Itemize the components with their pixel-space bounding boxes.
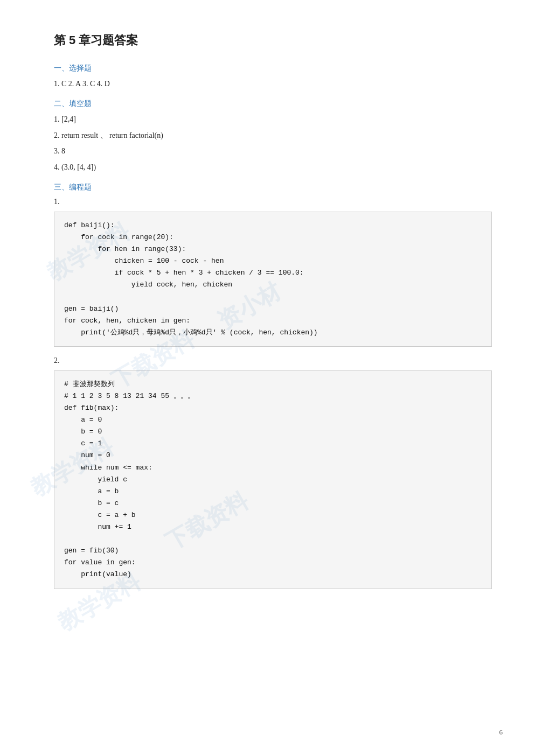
section1-answers: 1. C 2. A 3. C 4. D bbox=[54, 78, 492, 90]
problem2-code: # 斐波那契数列 # 1 1 2 3 5 8 13 21 34 55 。。。 d… bbox=[54, 370, 492, 589]
section2-heading: 二、填空题 bbox=[54, 99, 492, 109]
section1-heading: 一、选择题 bbox=[54, 64, 492, 73]
problem2-num: 2. bbox=[54, 356, 492, 365]
page-title: 第 5 章习题答案 bbox=[54, 32, 492, 48]
problem1-num: 1. bbox=[54, 198, 492, 206]
section2-answer3: 3. 8 bbox=[54, 145, 492, 158]
page-number: 6 bbox=[499, 728, 503, 737]
section-fill: 二、填空题 1. [2,4] 2. return result 、 return… bbox=[54, 99, 492, 174]
problem1-code: def baiji(): for cock in range(20): for … bbox=[54, 212, 492, 347]
section-choice: 一、选择题 1. C 2. A 3. C 4. D bbox=[54, 64, 492, 90]
section-programming: 三、编程题 1. def baiji(): for cock in range(… bbox=[54, 183, 492, 589]
section3-heading: 三、编程题 bbox=[54, 183, 492, 192]
section2-answer2: 2. return result 、 return factorial(n) bbox=[54, 129, 492, 142]
section2-answer4: 4. (3.0, [4, 4]) bbox=[54, 161, 492, 174]
section2-answer1: 1. [2,4] bbox=[54, 113, 492, 126]
